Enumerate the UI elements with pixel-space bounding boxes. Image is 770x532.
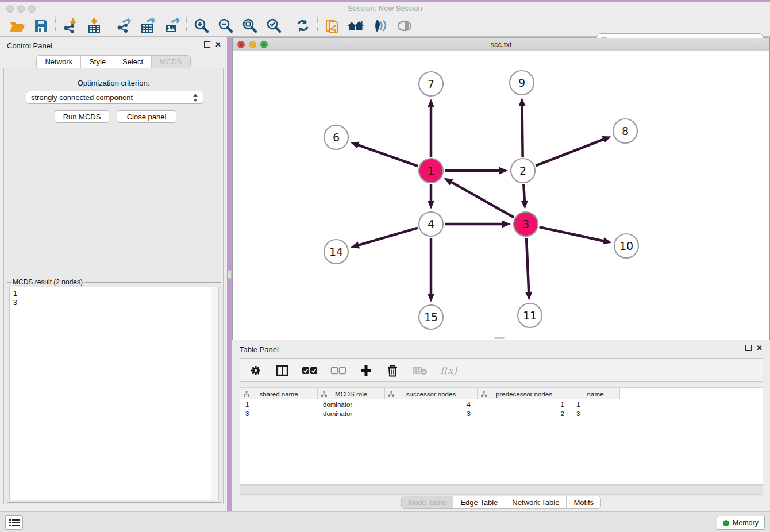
cell-shared-name[interactable]: 1 [240, 400, 318, 409]
tab-mcds[interactable]: MCDS [152, 56, 190, 68]
svg-text:7: 7 [428, 78, 434, 90]
column-header-shared-name[interactable]: shared name [240, 388, 318, 399]
split-divider-grip[interactable] [228, 270, 232, 279]
table-body: 1dominator4113dominator323 [240, 400, 763, 484]
fx-function-button[interactable]: f(x) [440, 365, 457, 376]
gear-icon[interactable] [248, 361, 263, 380]
zoom-fit-icon[interactable] [237, 16, 261, 36]
control-panel-title: Control Panel [7, 41, 52, 50]
edge-2-9[interactable] [518, 98, 525, 157]
network-window-titlebar[interactable]: ✕ − + scc.txt [233, 38, 769, 51]
table-row[interactable]: 3dominator323 [240, 409, 763, 418]
import-table-icon[interactable] [82, 16, 106, 36]
node-4[interactable]: 4 [419, 212, 443, 236]
tab-node-table[interactable]: Node Table [402, 496, 454, 508]
tab-network[interactable]: Network [37, 56, 81, 68]
mcds-result-box[interactable]: 1 3 [9, 287, 219, 500]
deselect-all-icon[interactable] [330, 361, 347, 380]
cell-predecessor-nodes[interactable]: 2 [478, 409, 571, 418]
cell-predecessor-nodes[interactable]: 1 [478, 400, 571, 409]
trash-icon[interactable] [385, 361, 400, 380]
float-panel-icon[interactable] [204, 41, 210, 48]
result-scrollbar[interactable] [211, 287, 218, 500]
column-header-MCDS-role[interactable]: MCDS role [318, 388, 385, 399]
node-9[interactable]: 9 [510, 71, 534, 95]
cell-MCDS-role[interactable]: dominator [318, 400, 385, 409]
cell-name[interactable]: 3 [571, 409, 620, 418]
edge-4-3[interactable] [445, 221, 511, 228]
tab-style[interactable]: Style [81, 56, 114, 68]
node-10[interactable]: 10 [614, 234, 638, 258]
close-panel-button[interactable]: Close panel [117, 110, 176, 123]
window-title: Session: New Session [0, 4, 770, 13]
edge-1-4[interactable] [428, 184, 434, 209]
tab-select[interactable]: Select [114, 56, 152, 68]
cell-successor-nodes[interactable]: 3 [385, 409, 478, 418]
close-panel-icon[interactable]: ✕ [215, 41, 221, 48]
edge-3-1[interactable] [444, 178, 514, 217]
tab-network-table[interactable]: Network Table [505, 496, 567, 508]
home-icon[interactable] [344, 16, 368, 36]
node-2[interactable]: 2 [511, 159, 535, 183]
edge-3-10[interactable] [539, 227, 611, 244]
delete-table-icon[interactable] [411, 361, 429, 380]
mcds-result-group: MCDS result (2 nodes) 1 3 [7, 282, 221, 503]
clipboard-network-icon[interactable] [320, 16, 344, 36]
canvas-scrollbar-thumb[interactable] [494, 337, 505, 339]
svg-text:11: 11 [523, 309, 537, 322]
node-8[interactable]: 8 [613, 119, 637, 143]
column-header-successor-nodes[interactable]: successor nodes [385, 388, 478, 399]
edge-4-15[interactable] [428, 238, 434, 302]
cell-MCDS-role[interactable]: dominator [318, 409, 385, 418]
node-1[interactable]: 1 [419, 159, 443, 183]
node-table[interactable]: shared nameMCDS rolesuccessor nodesprede… [240, 387, 763, 485]
edge-2-3[interactable] [521, 184, 528, 209]
export-table-icon[interactable] [136, 16, 160, 36]
column-header-predecessor-nodes[interactable]: predecessor nodes [478, 388, 571, 399]
export-image-icon[interactable] [160, 16, 184, 36]
edge-1-6[interactable] [351, 142, 418, 166]
memory-button[interactable]: Memory [717, 516, 765, 530]
columns-icon[interactable] [275, 361, 290, 380]
open-folder-icon[interactable] [5, 16, 29, 36]
table-row[interactable]: 1dominator411 [240, 400, 763, 409]
tab-motifs[interactable]: Motifs [567, 496, 600, 508]
eye-icon[interactable] [392, 16, 417, 36]
titlebar: Session: New Session [0, 2, 770, 15]
node-15[interactable]: 15 [419, 305, 443, 329]
zoom-out-icon[interactable] [213, 16, 237, 36]
refresh-icon[interactable] [291, 16, 315, 36]
zoom-in-icon[interactable] [189, 16, 213, 36]
export-network-icon[interactable] [111, 16, 136, 36]
node-7[interactable]: 7 [419, 72, 443, 96]
column-header-name[interactable]: name [571, 388, 620, 399]
close-table-panel-icon[interactable]: ✕ [756, 345, 763, 351]
tab-edge-table[interactable]: Edge Table [453, 496, 505, 508]
zoom-selected-icon[interactable] [261, 16, 286, 36]
node-11[interactable]: 11 [518, 303, 542, 327]
select-all-icon[interactable] [301, 361, 318, 380]
edge-3-11[interactable] [525, 238, 532, 300]
task-history-button[interactable] [5, 515, 23, 530]
status-bar: Memory [0, 511, 770, 532]
edge-2-8[interactable] [536, 136, 611, 165]
node-14[interactable]: 14 [324, 240, 348, 264]
svg-text:2: 2 [519, 164, 526, 177]
run-mcds-button[interactable]: Run MCDS [55, 110, 109, 123]
import-network-icon[interactable] [58, 16, 82, 36]
table-hscroll-track[interactable] [240, 485, 763, 495]
add-icon[interactable] [359, 361, 374, 380]
optimization-dropdown[interactable]: strongly connected component [26, 91, 203, 104]
network-graph-canvas[interactable]: 1234678910111415 [233, 51, 769, 340]
float-table-panel-icon[interactable] [745, 345, 752, 351]
edge-1-7[interactable] [428, 99, 434, 157]
edge-4-14[interactable] [351, 228, 418, 249]
cell-name[interactable]: 1 [571, 400, 620, 409]
edge-1-2[interactable] [445, 167, 508, 174]
cell-shared-name[interactable]: 3 [240, 409, 318, 418]
save-icon[interactable] [29, 16, 53, 36]
style-preview-icon[interactable] [368, 16, 392, 36]
node-6[interactable]: 6 [324, 125, 348, 149]
cell-successor-nodes[interactable]: 4 [385, 400, 478, 409]
node-3[interactable]: 3 [514, 212, 538, 236]
